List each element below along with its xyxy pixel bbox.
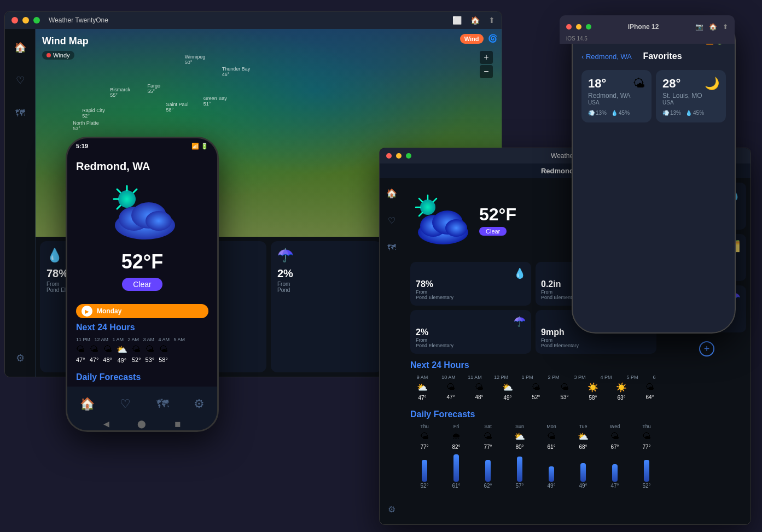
windy-label: Windy [53, 52, 70, 59]
fav-card-redmond[interactable]: 18° 🌤 Redmond, WA USA 💨 13% 💧 45% [581, 70, 652, 122]
windy-logo: Windy [42, 51, 74, 60]
hour-8: 🌤64° [638, 382, 656, 401]
bar-wed [612, 464, 618, 482]
svg-point-9 [146, 211, 172, 231]
gesture-recent[interactable]: ◼ [174, 419, 181, 428]
bar-fri [453, 454, 459, 482]
rain-label: From [277, 281, 375, 287]
hour-3: ⛅49° [496, 382, 520, 401]
wind-icon: 🌀 [488, 34, 497, 43]
map-label-stpaul: Saint Paul58° [166, 102, 189, 113]
ios-close-btn[interactable] [566, 24, 572, 30]
stat-humidity-name: Pond Elementary [416, 295, 526, 300]
iphone-favorites-title: Favorites [643, 51, 682, 61]
mwr-add-container: + [667, 341, 746, 356]
close-button[interactable] [11, 17, 18, 24]
window-titlebar: Weather TwentyOne ⬜ 🏠 ⬆ [5, 11, 502, 29]
android-city: Redmond, WA [76, 160, 208, 173]
sidebar-item-favorites[interactable]: ♡ [10, 71, 30, 90]
map-label-greenb: Green Bay51° [203, 96, 227, 107]
zoom-out-button[interactable]: − [480, 65, 493, 78]
iphone-mockup: 3:58 📶 🔋 ‹ Redmond, WA Favorites 18° 🌤 R… [572, 16, 736, 334]
stat-rain-icon: ☂️ [416, 315, 526, 328]
fav-wind-stlouis: 💨 13% [662, 110, 681, 116]
monday-label: Monday [97, 307, 121, 315]
sidebar: 🏠 ♡ 🗺 ⚙ [5, 29, 36, 377]
weather-big-icon-container [410, 192, 470, 249]
android-condition: Clear [122, 278, 162, 291]
fav-stats-stlouis: 💨 13% 💧 45% [662, 110, 719, 116]
daily-lows-row: 52° 61° 62° 57° 49° 49° 47° 52° 61° 62° … [410, 483, 656, 489]
favorites-grid: 18° 🌤 Redmond, WA USA 💨 13% 💧 45% 28° 🌙 [573, 66, 735, 127]
android-hours-subline: 11 PM 12 AM 1 AM 2 AM 3 AM 4 AM 5 AM [76, 337, 208, 342]
mw-min-btn[interactable] [396, 153, 402, 159]
ios-subtitle: iOS 14.5 [560, 36, 735, 42]
sidebar-item-home[interactable]: 🏠 [10, 38, 30, 57]
android-nav-settings[interactable]: ⚙ [194, 397, 205, 411]
stat-rain-val: 2% [416, 328, 526, 337]
sidebar-item-map[interactable]: 🗺 [10, 103, 30, 123]
weather-condition: Clear [479, 227, 507, 236]
hour-4: 🌤52° [524, 382, 548, 401]
daily-day-labels: Thu Fri Sat Sun Mon Tue Wed Thu Fri Sat … [410, 424, 656, 429]
fav-humidity-stlouis: 💧 45% [685, 110, 704, 116]
bar-sun [517, 457, 522, 482]
svg-line-15 [419, 213, 422, 216]
mw-sidebar-settings[interactable]: ⚙ [383, 501, 400, 517]
window-icon-2: 🏠 [470, 16, 480, 25]
bar-mon [549, 466, 554, 482]
ios-icon-2: 🏠 [709, 23, 717, 31]
hour-2: 🌤48° [467, 382, 491, 401]
android-hour-2: 🌤 48° [103, 344, 112, 364]
add-location-button[interactable]: + [699, 341, 714, 356]
hours-scroll: ⛅47° 🌤47° 🌤48° ⛅49° 🌤52° 🌤53° ☀️58° ☀️63… [410, 382, 656, 403]
android-hours-row: 🌤 47° 🌤 47° 🌤 48° ⛅ 49° 🌤 52° 🌤 53° [76, 344, 208, 364]
svg-line-4 [133, 189, 137, 192]
map-zoom-controls: + − [480, 51, 493, 78]
svg-line-13 [419, 198, 422, 202]
mw-sidebar-favorites[interactable]: ♡ [383, 212, 400, 229]
gesture-back[interactable]: ◀ [103, 419, 109, 428]
fav-icon-redmond: 🌤 [633, 77, 645, 91]
window-icon-1: ⬜ [452, 16, 462, 25]
zoom-in-button[interactable]: + [480, 51, 493, 64]
stat-wind-name: Pond Elementary [541, 343, 651, 348]
maximize-button[interactable] [33, 17, 40, 24]
sidebar-item-settings[interactable]: ⚙ [10, 348, 30, 368]
wind-badge-container: Wind 🌀 [460, 33, 497, 43]
hour-0: ⛅47° [410, 382, 434, 401]
mw-sidebar: 🏠 ♡ 🗺 ⚙ [380, 178, 404, 524]
gesture-home[interactable]: ⬤ [137, 419, 146, 428]
stat-humidity-val: 78% [416, 279, 526, 289]
fav-temp-redmond: 18° [588, 77, 606, 91]
android-nav-favorites[interactable]: ♡ [120, 397, 131, 411]
mw-sidebar-home[interactable]: 🏠 [383, 185, 400, 201]
stat-humidity: 💧 78% From Pond Elementary [410, 262, 531, 306]
hours-time-labels: 9 AM 10 AM 11 AM 12 PM 1 PM 2 PM 3 PM 4 … [410, 375, 656, 380]
daily-title: Daily Forecasts [410, 410, 656, 419]
map-label-winnipeg: Winnipeg50° [185, 54, 206, 65]
windy-dot [46, 53, 51, 57]
mw-close-btn[interactable] [386, 153, 392, 159]
ios-min-btn[interactable] [576, 24, 581, 30]
android-status-icons: 📶 🔋 [191, 143, 208, 150]
ios-max-btn[interactable] [586, 24, 591, 30]
iphone-back-button[interactable]: ‹ Redmond, WA [581, 52, 632, 61]
play-button[interactable]: ▶ [82, 306, 92, 317]
android-time: 5:19 [76, 143, 88, 149]
android-hour-4: 🌤 52° [132, 344, 141, 364]
mw-sidebar-map[interactable]: 🗺 [383, 239, 400, 256]
hour-7: ☀️63° [609, 382, 633, 401]
svg-point-19 [445, 219, 467, 237]
minimize-button[interactable] [22, 17, 29, 24]
stat-humidity-icon: 💧 [416, 267, 526, 279]
next24-title: Next 24 Hours [410, 360, 656, 370]
mw-max-btn[interactable] [406, 153, 411, 159]
android-nav-home[interactable]: 🏠 [80, 397, 95, 411]
map-title: Wind Map [42, 36, 89, 47]
android-nav-map[interactable]: 🗺 [156, 397, 168, 411]
bar-sat [485, 460, 491, 482]
fav-card-stlouis[interactable]: 28° 🌙 St. Louis, MO USA 💨 13% 💧 45% [656, 70, 726, 122]
android-hour-0: 🌤 47° [76, 344, 85, 364]
fav-icon-stlouis: 🌙 [705, 77, 719, 91]
